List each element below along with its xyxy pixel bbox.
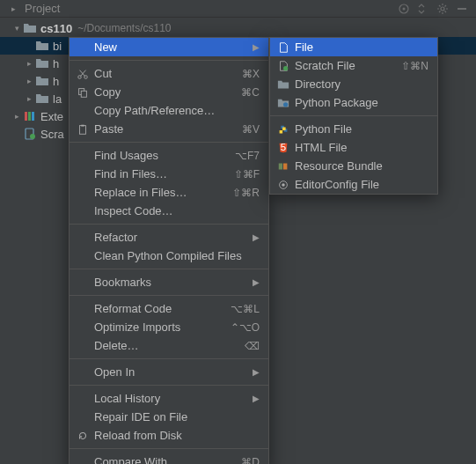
- tree-project-root[interactable]: cs110 ~/Documents/cs110: [0, 19, 476, 37]
- svg-text:5: 5: [281, 142, 286, 152]
- hide-icon[interactable]: [455, 2, 469, 16]
- paste-icon: [75, 123, 91, 136]
- submenu-python-package[interactable]: Python Package: [270, 93, 437, 112]
- menu-separator: [70, 60, 268, 61]
- folder-icon: [35, 92, 49, 106]
- menu-open-in[interactable]: Open In▶: [70, 363, 268, 381]
- python-package-icon: [275, 97, 291, 109]
- menu-find-in-files[interactable]: Find in Files…⇧⌘F: [70, 165, 268, 183]
- expand-icon[interactable]: [416, 2, 430, 16]
- toolbar-title: Project: [25, 2, 60, 15]
- toolbar-collapse-arrow-icon[interactable]: [7, 4, 19, 13]
- chevron-right-icon: ▶: [253, 42, 260, 52]
- menu-separator: [70, 269, 268, 269]
- menu-replace-in-files[interactable]: Replace in Files…⇧⌘R: [70, 183, 268, 202]
- svg-rect-18: [279, 163, 282, 169]
- tree-item-label: h: [53, 57, 59, 70]
- folder-icon: [275, 78, 291, 91]
- svg-rect-13: [80, 125, 86, 134]
- library-icon: [23, 109, 37, 123]
- copy-icon: [75, 86, 91, 99]
- submenu-resource-bundle[interactable]: Resource Bundle: [270, 157, 437, 175]
- project-path: ~/Documents/cs110: [77, 22, 171, 34]
- submenu-directory[interactable]: Directory: [270, 75, 437, 93]
- project-toolbar: Project: [0, 0, 476, 18]
- tree-item-label: h: [53, 75, 59, 88]
- project-name: cs110: [40, 22, 72, 35]
- html-icon: 5: [275, 142, 291, 154]
- svg-rect-19: [283, 163, 287, 169]
- menu-separator: [70, 358, 268, 359]
- menu-local-history[interactable]: Local History▶: [70, 389, 268, 408]
- menu-separator: [70, 385, 268, 386]
- new-submenu: File Scratch File⇧⌘N Directory Python Pa…: [269, 37, 438, 195]
- tree-item-label: bi: [53, 40, 62, 53]
- menu-copy-path[interactable]: Copy Path/Reference…: [70, 101, 268, 120]
- tree-item-label: Exte: [40, 110, 63, 123]
- tree-item-label: Scra: [40, 128, 64, 141]
- menu-separator: [70, 224, 268, 225]
- menu-new[interactable]: New▶: [70, 38, 268, 56]
- cut-icon: [75, 68, 91, 80]
- svg-rect-14: [81, 124, 84, 126]
- menu-compare[interactable]: Compare With…⌘D: [70, 453, 268, 464]
- menu-separator: [270, 115, 437, 116]
- menu-find-usages[interactable]: Find Usages⌥F7: [70, 146, 268, 165]
- chevron-right-icon: ▶: [253, 232, 260, 242]
- chevron-right-icon[interactable]: [23, 59, 35, 68]
- folder-icon: [35, 56, 49, 70]
- svg-rect-12: [81, 91, 86, 97]
- svg-point-15: [283, 66, 288, 70]
- folder-icon: [35, 74, 49, 88]
- target-icon[interactable]: [397, 2, 411, 16]
- scratch-file-icon: [275, 60, 291, 72]
- context-menu: New▶ Cut⌘X Copy⌘C Copy Path/Reference… P…: [69, 37, 269, 464]
- menu-separator: [70, 295, 268, 296]
- python-icon: [275, 123, 291, 136]
- folder-icon: [35, 39, 49, 53]
- svg-point-1: [403, 7, 406, 10]
- scratch-icon: [23, 127, 37, 141]
- chevron-right-icon: ▶: [253, 367, 260, 377]
- gear-icon[interactable]: [436, 2, 450, 16]
- svg-point-16: [283, 102, 288, 107]
- tree-item-label: la: [53, 92, 62, 106]
- submenu-html-file[interactable]: 5 HTML File: [270, 138, 437, 157]
- menu-cut[interactable]: Cut⌘X: [70, 64, 268, 83]
- menu-paste[interactable]: Paste⌘V: [70, 120, 268, 138]
- svg-rect-6: [32, 112, 34, 121]
- menu-inspect-code[interactable]: Inspect Code…: [70, 202, 268, 220]
- menu-optimize-imports[interactable]: Optimize Imports⌃⌥O: [70, 318, 268, 336]
- menu-reformat[interactable]: Reformat Code⌥⌘L: [70, 299, 268, 318]
- file-icon: [275, 41, 291, 54]
- submenu-python-file[interactable]: Python File: [270, 120, 437, 138]
- svg-rect-4: [25, 112, 27, 121]
- menu-separator: [70, 142, 268, 143]
- chevron-right-icon[interactable]: [23, 94, 35, 103]
- menu-refactor[interactable]: Refactor▶: [70, 228, 268, 247]
- editorconfig-icon: [275, 179, 291, 191]
- menu-copy[interactable]: Copy⌘C: [70, 83, 268, 101]
- menu-bookmarks[interactable]: Bookmarks▶: [70, 273, 268, 291]
- svg-rect-5: [28, 112, 31, 121]
- svg-point-2: [441, 7, 444, 11]
- menu-reload-disk[interactable]: Reload from Disk: [70, 426, 268, 445]
- menu-repair-ide[interactable]: Repair IDE on File: [70, 408, 268, 426]
- svg-point-8: [30, 134, 35, 139]
- chevron-down-icon[interactable]: [11, 24, 23, 33]
- menu-delete[interactable]: Delete…⌫: [70, 336, 268, 355]
- chevron-right-icon: ▶: [253, 394, 260, 403]
- submenu-file[interactable]: File: [270, 38, 437, 56]
- chevron-right-icon[interactable]: [23, 77, 35, 85]
- svg-point-21: [282, 183, 285, 187]
- resource-icon: [275, 160, 291, 173]
- reload-icon: [75, 430, 91, 442]
- menu-clean-python[interactable]: Clean Python Compiled Files: [70, 247, 268, 265]
- submenu-scratch-file[interactable]: Scratch File⇧⌘N: [270, 56, 437, 75]
- svg-rect-3: [458, 8, 466, 10]
- submenu-editorconfig[interactable]: EditorConfig File: [270, 175, 437, 194]
- chevron-right-icon[interactable]: [11, 112, 23, 121]
- menu-separator: [70, 448, 268, 449]
- chevron-right-icon: ▶: [253, 277, 260, 287]
- folder-icon: [23, 21, 37, 35]
